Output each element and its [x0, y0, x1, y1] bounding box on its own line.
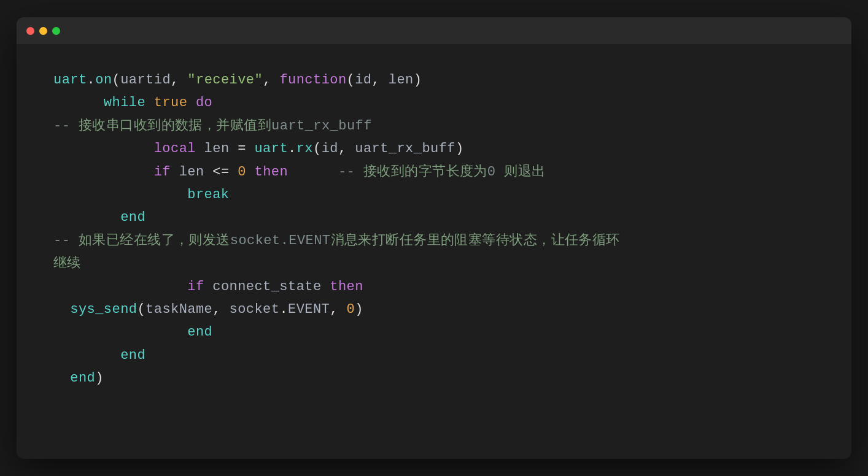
- code-line-12: end: [53, 321, 815, 344]
- minimize-button[interactable]: [39, 27, 47, 35]
- code-line-11: sys_send(taskName, socket.EVENT, 0): [53, 298, 815, 321]
- code-line-8: -- 如果已经在线了，则发送socket.EVENT消息来打断任务里的阻塞等待状…: [53, 229, 815, 252]
- code-line-2: while true do: [53, 91, 815, 114]
- code-line-7: end: [53, 206, 815, 229]
- code-editor: uart.on(uartid, "receive", function(id, …: [17, 44, 851, 459]
- code-line-4: local len = uart.rx(id, uart_rx_buff): [53, 137, 815, 160]
- maximize-button[interactable]: [52, 27, 60, 35]
- code-line-6: break: [53, 183, 815, 206]
- code-line-1: uart.on(uartid, "receive", function(id, …: [53, 69, 815, 91]
- code-line-5: if len <= 0 then -- 接收到的字节长度为0 则退出: [53, 161, 815, 183]
- close-button[interactable]: [26, 27, 34, 35]
- code-line-3: -- 接收串口收到的数据，并赋值到uart_rx_buff: [53, 115, 815, 137]
- code-line-9: 继续: [53, 252, 815, 275]
- code-line-14: end): [53, 367, 815, 390]
- code-window: uart.on(uartid, "receive", function(id, …: [17, 17, 851, 459]
- code-line-13: end: [53, 344, 815, 367]
- code-line-10: if connect_state then: [53, 275, 815, 298]
- title-bar: [17, 17, 851, 44]
